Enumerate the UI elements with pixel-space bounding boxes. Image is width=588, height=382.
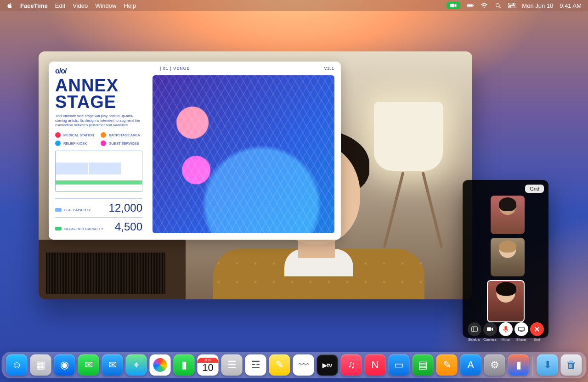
dock-app-reminders[interactable]: ☲ [245, 354, 266, 376]
presentation-crumb: | 01 | VENUE [160, 66, 190, 71]
legend-medical: MEDICAL STATION [63, 133, 94, 137]
dock-app-maps[interactable]: ⌖ [126, 354, 147, 376]
self-view-tile[interactable] [487, 280, 525, 322]
presentation-legend: MEDICAL STATION BACKSTAGE AREA RELIEF KI… [55, 132, 142, 146]
presentation-minimap [55, 151, 142, 192]
facetime-main-window[interactable]: | 01 | VENUE V2.1 o/o/ ANNEX STAGE This … [39, 51, 472, 299]
share-control[interactable]: Share [514, 322, 528, 342]
dock-app-photos[interactable] [150, 354, 171, 376]
medical-dot-icon [55, 132, 61, 138]
relief-dot-icon [55, 140, 61, 146]
dock-app-freeform[interactable]: 〰 [293, 354, 314, 376]
svg-point-7 [513, 3, 514, 5]
dock: ☺▦◉✉✉⌖▮JUN10☰☲✎〰▶tv♫N▭▤✎A⚙▮⬇🗑 [2, 352, 587, 378]
grid-toggle[interactable]: Grid [525, 185, 544, 193]
bleacher-capacity-value: 4,500 [115, 220, 142, 233]
dock-app-music[interactable]: ♫ [341, 354, 362, 376]
dock-app-numbers[interactable]: ▤ [413, 354, 434, 376]
dock-app-messages[interactable]: ✉ [78, 354, 99, 376]
dock-app-calendar[interactable]: JUN10 [198, 354, 219, 376]
menu-window[interactable]: Window [95, 2, 116, 9]
ga-swatch-icon [55, 208, 62, 212]
ga-capacity-value: 12,000 [109, 202, 142, 214]
camera-control[interactable]: Camera [483, 322, 497, 342]
dock-app-notes[interactable]: ✎ [269, 354, 290, 376]
svg-rect-6 [508, 3, 515, 5]
presentation-title-line1: ANNEX [55, 77, 142, 94]
svg-rect-12 [487, 327, 491, 331]
shelf-prop [39, 240, 186, 299]
control-center-icon[interactable] [508, 3, 515, 8]
facetime-status-icon[interactable] [447, 2, 460, 9]
svg-rect-0 [450, 4, 454, 7]
dock-separator [533, 356, 533, 376]
app-name[interactable]: FaceTime [20, 2, 48, 9]
dock-app-finder[interactable]: ☺ [6, 354, 28, 376]
dock-app-safari[interactable]: ◉ [54, 354, 75, 376]
dock-app-pages[interactable]: ✎ [436, 354, 458, 376]
shared-presentation: | 01 | VENUE V2.1 o/o/ ANNEX STAGE This … [49, 62, 341, 240]
wifi-icon[interactable] [481, 3, 488, 8]
presentation-logo: o/o/ [55, 67, 142, 75]
menu-time[interactable]: 9:41 AM [560, 2, 582, 9]
menu-edit[interactable]: Edit [55, 2, 65, 9]
participant-tile-1[interactable] [491, 196, 525, 234]
presentation-title-line2: STAGE [55, 94, 142, 110]
backstage-dot-icon [101, 132, 106, 138]
facetime-panel[interactable]: Grid Sidebar Camera Mute Share End [463, 180, 548, 338]
legend-relief: RELIEF KIOSK [63, 141, 87, 146]
bleacher-swatch-icon [55, 227, 62, 230]
menu-help[interactable]: Help [124, 2, 136, 9]
apple-menu-icon[interactable] [6, 2, 13, 9]
svg-rect-13 [504, 326, 507, 330]
dock-app-news[interactable]: N [365, 354, 386, 376]
sidebar-control[interactable]: Sidebar [468, 322, 481, 342]
svg-rect-2 [467, 5, 473, 6]
svg-rect-14 [518, 327, 524, 331]
dock-app-mail[interactable]: ✉ [102, 354, 123, 376]
dock-app-contacts[interactable]: ☰ [221, 354, 243, 376]
svg-point-9 [509, 6, 511, 8]
svg-rect-8 [508, 6, 515, 8]
dock-app-launchpad[interactable]: ▦ [30, 354, 51, 376]
svg-rect-15 [520, 331, 522, 331]
ga-capacity-label: G.A. CAPACITY [64, 208, 91, 212]
mute-control[interactable]: Mute [499, 322, 513, 342]
presentation-artwork [153, 75, 334, 233]
dock-downloads[interactable]: ⬇ [537, 354, 558, 376]
dock-app-facetime[interactable]: ▮ [174, 354, 195, 376]
presentation-version: V2.1 [324, 66, 334, 71]
menu-date[interactable]: Mon Jun 10 [522, 2, 553, 9]
dock-app-keynote[interactable]: ▭ [389, 354, 410, 376]
legend-guest: GUEST SERVICES [109, 141, 139, 146]
presentation-description: This intimate side stage will play host … [55, 114, 142, 128]
dock-app-iphone-mirroring[interactable]: ▮ [508, 354, 529, 376]
dock-app-settings[interactable]: ⚙ [484, 354, 505, 376]
dock-trash[interactable]: 🗑 [561, 354, 582, 376]
participant-tile-2[interactable] [491, 238, 525, 276]
bleacher-capacity-label: BLEACHER CAPACITY [64, 227, 103, 231]
dock-app-appstore[interactable]: A [460, 354, 481, 376]
spotlight-icon[interactable] [494, 3, 502, 8]
legend-backstage: BACKSTAGE AREA [109, 133, 140, 137]
svg-line-5 [499, 6, 501, 8]
menu-video[interactable]: Video [73, 2, 88, 9]
guest-dot-icon [101, 140, 106, 146]
dock-app-tv[interactable]: ▶tv [317, 354, 338, 376]
svg-rect-10 [471, 327, 477, 332]
svg-rect-3 [474, 5, 474, 6]
end-control[interactable]: End [530, 322, 544, 342]
battery-icon[interactable] [467, 3, 474, 8]
menubar: FaceTime Edit Video Window Help Mon Jun … [0, 0, 588, 11]
